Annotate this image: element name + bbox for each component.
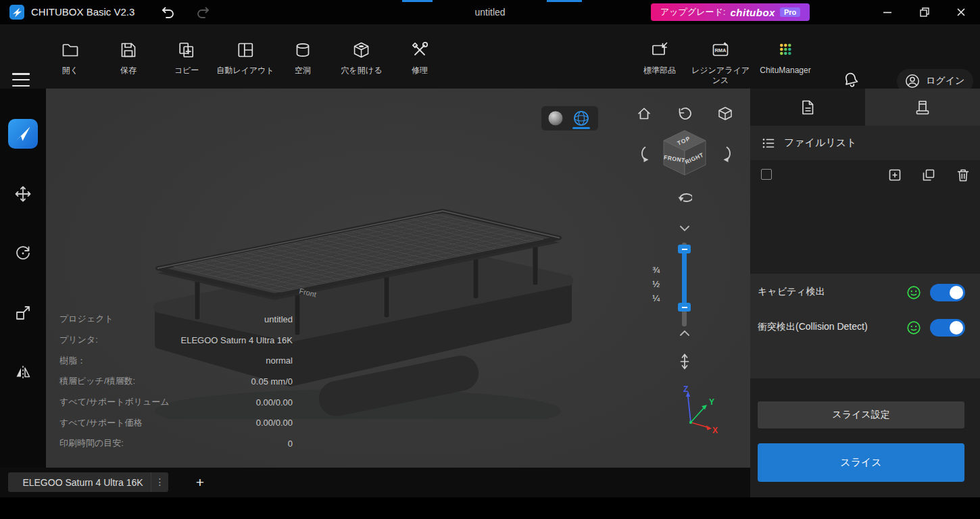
clip-chevron-top-icon[interactable] — [678, 223, 691, 234]
toolbar-copy-button[interactable]: コピー — [174, 41, 199, 76]
viewport-3d[interactable]: Front プロジェクトuntitled プリンタ:ELEGOO Saturn … — [46, 89, 750, 468]
document-title: untitled — [406, 0, 574, 24]
collision-detect-label: 衝突検出(Collision Detect) — [758, 321, 868, 333]
toolbar-hollow-button[interactable]: 空洞 — [293, 41, 312, 76]
info-label: すべて/サポートボリューム — [59, 396, 170, 408]
printer-selector-button[interactable]: ELEGOO Saturn 4 Ultra 16K ⋮ — [8, 472, 168, 492]
toolbar-repair-button[interactable]: 修理 — [410, 41, 429, 76]
auto-layout-icon — [236, 41, 255, 59]
toolbar-label: コピー — [174, 66, 199, 76]
standard-parts-icon — [650, 41, 669, 59]
tab-file-list[interactable] — [750, 89, 865, 126]
main-toolbar: 開く 保存 コピー 自動レイアウト 空洞 穴を開ける 修理 標準部品 — [0, 24, 980, 89]
navigation-cube[interactable]: TOP FRONT RIGHT — [656, 126, 713, 182]
info-label: 樹脂： — [59, 355, 86, 367]
cavity-detect-toggle[interactable] — [930, 284, 965, 301]
clip-fraction-labels: ¾ ½ ¼ — [634, 263, 660, 305]
info-row: 積層ピッチ/積層数:0.05 mm/0 — [59, 371, 293, 392]
close-button[interactable] — [946, 0, 977, 24]
toolbar-save-button[interactable]: 保存 — [119, 41, 138, 76]
cavity-ok-smiley-icon — [906, 285, 921, 300]
tool-sidebar — [0, 89, 46, 468]
bottom-strip — [0, 497, 980, 519]
duplicate-plate-icon[interactable] — [921, 168, 936, 182]
app-title: CHITUBOX Basic V2.3 — [31, 0, 134, 24]
mirror-tool-button[interactable] — [8, 357, 38, 387]
info-label: プロジェクト — [59, 313, 114, 325]
select-all-checkbox[interactable] — [761, 169, 772, 180]
toolbar-label: 標準部品 — [643, 66, 676, 76]
tab-printer[interactable] — [865, 89, 980, 126]
clip-slider-lower-handle[interactable] — [678, 303, 691, 312]
file-list-toolbar — [750, 160, 980, 190]
upgrade-brand: chitubox — [730, 7, 775, 18]
trash-icon[interactable] — [956, 168, 971, 182]
toolbar-label: 保存 — [120, 66, 137, 76]
wireframe-render-icon[interactable] — [573, 110, 589, 126]
info-value: 0 — [288, 439, 293, 449]
select-tool-button[interactable] — [8, 119, 38, 149]
flip-clip-direction-icon[interactable] — [677, 353, 693, 370]
toolbar-chitumanager-button[interactable]: ChituManager — [760, 41, 810, 76]
scale-tool-button[interactable] — [8, 298, 38, 328]
mirror-icon — [14, 364, 32, 381]
toolbar-label: 修理 — [412, 66, 428, 76]
info-row: プロジェクトuntitled — [59, 309, 293, 330]
toolbar-resin-alliance-button[interactable]: RMA レジンアライアンス — [688, 41, 753, 86]
fraction-three-quarters: ¾ — [634, 263, 660, 277]
clip-slider-upper-handle[interactable] — [678, 245, 691, 253]
toolbar-label: レジンアライアンス — [688, 66, 753, 86]
upgrade-button[interactable]: アップグレード: chitubox Pro — [651, 3, 810, 21]
collision-detect-toggle[interactable] — [930, 319, 965, 337]
solid-render-icon[interactable] — [547, 110, 564, 126]
rotate-tool-button[interactable] — [8, 239, 38, 268]
rotate-left-arrow-icon[interactable] — [633, 145, 649, 162]
add-plate-button[interactable]: + — [191, 473, 209, 492]
rotate-right-arrow-icon[interactable] — [722, 145, 738, 162]
menu-icon[interactable] — [12, 73, 30, 86]
save-icon — [119, 41, 138, 59]
move-tool-button[interactable] — [8, 179, 38, 209]
right-panel: ファイルリスト キャビティ検出 衝突検出(Collision Detect) — [750, 89, 980, 497]
restore-button[interactable] — [909, 0, 940, 24]
slice-settings-button[interactable]: スライス設定 — [758, 401, 964, 428]
fraction-quarter: ¼ — [634, 291, 660, 305]
plate-bar: ELEGOO Saturn 4 Ultra 16K ⋮ + — [0, 468, 750, 497]
collision-detect-row: 衝突検出(Collision Detect) — [750, 319, 980, 337]
toolbar-auto-layout-button[interactable]: 自動レイアウト — [216, 41, 274, 76]
rotate-icon — [14, 245, 32, 262]
info-value: ELEGOO Saturn 4 Ultra 16K — [181, 335, 293, 345]
fraction-half: ½ — [634, 277, 660, 291]
undo-button[interactable] — [157, 4, 176, 20]
cavity-detect-label: キャビティ検出 — [758, 286, 825, 298]
minimize-button[interactable] — [872, 0, 903, 24]
info-value: 0.00/0.00 — [256, 418, 293, 428]
reset-view-icon[interactable] — [676, 105, 692, 122]
home-view-icon[interactable] — [636, 105, 652, 122]
toolbar-label: 空洞 — [295, 66, 311, 76]
open-folder-icon — [61, 41, 80, 59]
svg-text:RMA: RMA — [714, 47, 727, 53]
add-file-icon[interactable] — [887, 168, 902, 182]
info-row: 樹脂：normal — [59, 350, 293, 371]
file-list-header: ファイルリスト — [750, 126, 980, 160]
clip-slider-range — [682, 249, 687, 310]
chitumanager-icon — [776, 41, 795, 59]
redo-button[interactable] — [195, 4, 214, 20]
slice-button[interactable]: スライス — [758, 443, 964, 482]
toolbar-dig-hole-button[interactable]: 穴を開ける — [341, 41, 383, 76]
collision-ok-smiley-icon — [906, 320, 921, 335]
toolbar-label: 穴を開ける — [341, 66, 383, 76]
info-value: 0.05 mm/0 — [251, 376, 293, 387]
rotate-roll-arrow-icon[interactable] — [676, 187, 692, 203]
list-icon — [761, 136, 776, 151]
render-mode-selected-indicator — [572, 127, 590, 129]
toolbar-open-button[interactable]: 開く — [61, 41, 80, 76]
pro-badge: Pro — [780, 7, 800, 17]
info-label: 印刷時間の目安: — [59, 437, 124, 449]
toolbar-standard-parts-button[interactable]: 標準部品 — [643, 41, 676, 76]
perspective-cube-icon[interactable] — [717, 105, 733, 122]
clip-chevron-bottom-icon[interactable] — [678, 328, 691, 339]
notifications-bell-icon[interactable] — [841, 70, 860, 89]
printer-menu-kebab-icon[interactable]: ⋮ — [151, 472, 168, 492]
